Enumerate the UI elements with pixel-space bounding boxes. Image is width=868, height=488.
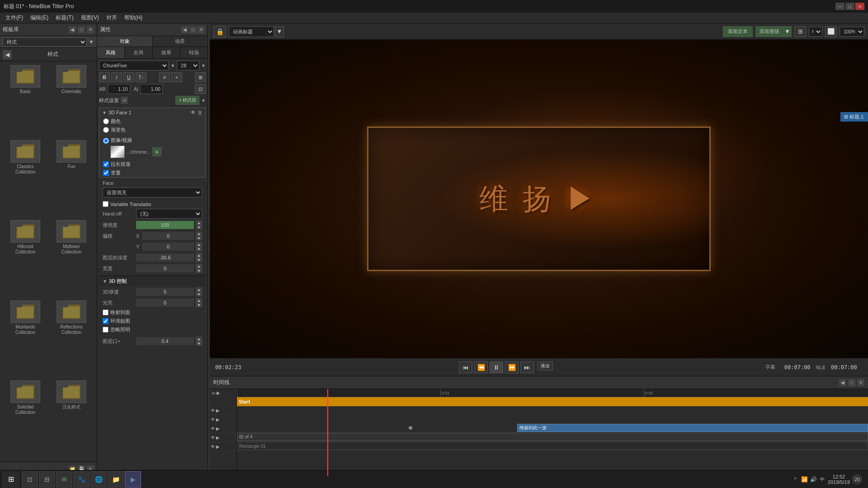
opacity-up-button[interactable]: ▲ xyxy=(196,221,202,225)
subtab-global[interactable]: 全局 xyxy=(125,47,152,58)
menu-align[interactable]: 对齐 xyxy=(103,13,121,23)
layer-expand-icon[interactable]: ▼ xyxy=(102,110,107,115)
subtab-transition[interactable]: 转场 xyxy=(180,47,208,58)
opacity-down-button[interactable]: ▼ xyxy=(196,225,202,230)
font-size-select[interactable]: 28 xyxy=(177,61,199,70)
taskbar-task-view[interactable]: ⊟ xyxy=(39,471,55,488)
safe-area-button[interactable]: ⬜ xyxy=(825,26,837,37)
timeline-pin-button[interactable]: ◀ xyxy=(839,379,846,386)
width-bar[interactable]: 0 xyxy=(136,264,194,272)
unit-select[interactable]: mm xyxy=(809,27,822,37)
track-2-arrow[interactable]: ▶ xyxy=(216,417,220,422)
playhead[interactable] xyxy=(327,389,328,476)
menu-help[interactable]: 帮助(H) xyxy=(121,13,146,23)
color-radio[interactable] xyxy=(103,118,109,124)
style-dropdown-arrow[interactable]: ▼ xyxy=(89,39,94,45)
track-3-arrow[interactable]: ▶ xyxy=(216,426,220,431)
depth-up-button[interactable]: ▲ xyxy=(196,253,202,258)
brightness-up-button[interactable]: ▲ xyxy=(196,298,202,303)
track-4-arrow[interactable]: ▶ xyxy=(216,435,220,440)
offset-y-up-button[interactable]: ▲ xyxy=(196,242,202,247)
track-4-eye[interactable]: 👁 xyxy=(211,435,215,440)
lock-button[interactable]: 🔒 xyxy=(213,26,226,38)
handoff-select[interactable]: (无) xyxy=(136,209,202,219)
menu-file[interactable]: 文件(F) xyxy=(2,13,27,23)
variable-translation-checkbox[interactable] xyxy=(103,201,108,207)
add-texture-button[interactable]: + xyxy=(152,147,161,156)
loop-icon[interactable]: ∞ xyxy=(212,390,216,396)
ignore-light-checkbox[interactable] xyxy=(103,327,108,333)
tray-network[interactable]: 📶 xyxy=(801,476,808,483)
tab-object[interactable]: 对象 xyxy=(97,36,153,47)
track-5-eye[interactable]: 👁 xyxy=(211,444,215,449)
zoom-select[interactable]: 100% xyxy=(840,27,864,37)
track-2-eye[interactable]: 👁 xyxy=(211,417,215,422)
template-item-soledad[interactable]: SoledadCollection xyxy=(4,380,47,458)
template-item-basic[interactable]: Basic xyxy=(4,65,47,137)
clip-track[interactable]: 维扬到此一游 xyxy=(517,424,868,432)
3d-section-expand[interactable]: ▼ xyxy=(103,279,107,284)
template-item-classics[interactable]: ClassicsCollection xyxy=(4,140,47,218)
thickness-down-button[interactable]: ▼ xyxy=(196,292,202,296)
thickness-up-button[interactable]: ▲ xyxy=(196,287,202,292)
template-item-hanhua[interactable]: 汉化样式 xyxy=(50,380,93,458)
track-1-eye[interactable]: 👁 xyxy=(211,408,215,413)
panel-expand-button[interactable]: □ xyxy=(78,26,85,33)
tab-scene[interactable]: 场景 xyxy=(153,36,208,47)
reflect-checkbox[interactable] xyxy=(103,310,108,315)
template-item-reflections[interactable]: ReflectionsCollection xyxy=(50,300,93,378)
fill-select[interactable]: 设置填充 xyxy=(103,188,202,197)
pause-button[interactable]: ⏸ xyxy=(490,361,503,373)
line-spacing-input[interactable] xyxy=(108,84,130,94)
start-button[interactable]: ⊞ xyxy=(2,471,20,488)
add-shape-button[interactable]: 添加形状 xyxy=(755,26,783,37)
prop-expand-button[interactable]: □ xyxy=(189,26,197,33)
add-shape-dropdown[interactable]: ▼ xyxy=(783,26,792,37)
offset-x-down-button[interactable]: ▼ xyxy=(196,236,202,240)
panel-close-button[interactable]: ✕ xyxy=(87,26,94,33)
template-item-fun[interactable]: Fun xyxy=(50,140,93,218)
style-select[interactable]: 样式 xyxy=(3,38,87,47)
taskbar-edge[interactable]: 🌐 xyxy=(90,471,107,488)
template-item-cinematic[interactable]: Cinematic xyxy=(50,65,93,137)
relief-up-button[interactable]: ▲ xyxy=(196,337,202,341)
add-text-button[interactable]: 添加文本 xyxy=(723,26,753,37)
template-item-midtown[interactable]: MidtownCollection xyxy=(50,220,93,298)
size-dropdown-arrow[interactable]: ▼ xyxy=(201,63,206,68)
close-button[interactable]: ✕ xyxy=(855,3,864,10)
taskbar-explorer[interactable]: 📁 xyxy=(108,471,124,488)
layer-delete-icon[interactable]: 🗑 xyxy=(198,110,203,115)
tray-up-arrow[interactable]: ^ xyxy=(792,476,799,483)
opacity-bar[interactable]: 100 xyxy=(136,221,194,229)
track-5-arrow[interactable]: ▶ xyxy=(216,444,220,449)
align-center-button[interactable]: + xyxy=(171,72,182,82)
align-left-button[interactable]: ≡ xyxy=(159,72,170,82)
env-map-checkbox[interactable] xyxy=(103,318,108,324)
subtab-style[interactable]: 风格 xyxy=(97,47,125,58)
offset-y-bar[interactable]: 0 xyxy=(142,243,194,251)
width-down-button[interactable]: ▼ xyxy=(196,268,202,273)
loop-arrow[interactable]: ▶ xyxy=(217,390,220,395)
timeline-close-button[interactable]: ✕ xyxy=(857,379,864,386)
text-box-button[interactable]: ⊡ xyxy=(195,84,206,94)
texture-preview[interactable] xyxy=(110,145,125,158)
offset-y-down-button[interactable]: ▼ xyxy=(196,247,202,251)
minimize-button[interactable]: ─ xyxy=(835,3,844,10)
prop-pin-button[interactable]: ◀ xyxy=(181,26,189,33)
justify-button[interactable]: ⊞ xyxy=(195,72,206,82)
maximize-button[interactable]: □ xyxy=(845,3,854,10)
style-dropdown-toggle[interactable]: ▼ xyxy=(201,98,206,103)
skip-end-button[interactable]: ⏭ xyxy=(520,361,534,373)
stretch-checkbox[interactable] xyxy=(103,161,109,167)
relief-down-button[interactable]: ▼ xyxy=(196,341,202,346)
brightness-bar[interactable]: 0 xyxy=(136,299,194,307)
taskbar-newblue[interactable]: ▶ xyxy=(125,471,141,488)
template-item-hillcrest[interactable]: HillcrestCollection xyxy=(4,220,47,298)
taskbar-mail[interactable]: ✉ xyxy=(56,471,72,488)
bold-button[interactable]: B xyxy=(99,72,110,82)
subtab-effects[interactable]: 效果 xyxy=(153,47,180,58)
anim-select[interactable]: 动画标题 xyxy=(229,26,274,37)
prop-close-button[interactable]: ✕ xyxy=(198,26,205,33)
taskbar-baidu[interactable]: 🐾 xyxy=(73,471,90,488)
font-dropdown-arrow[interactable]: ▼ xyxy=(170,63,175,68)
